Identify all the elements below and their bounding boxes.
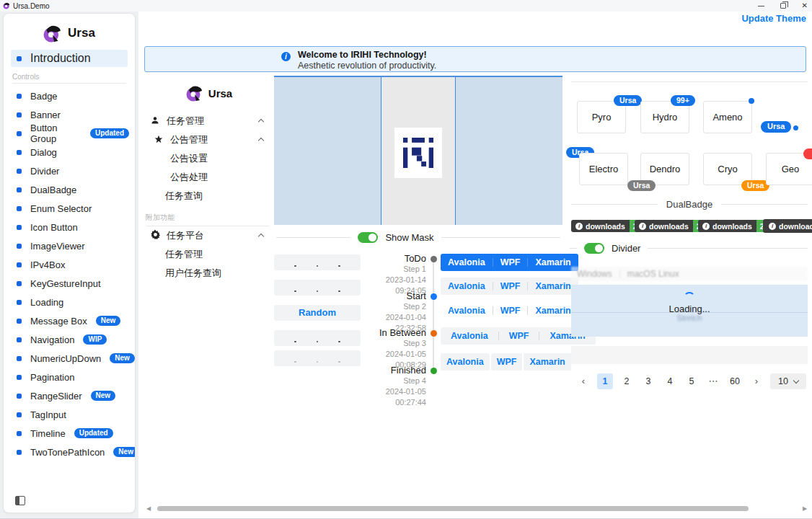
sidebar-item-loading[interactable]: Loading <box>4 293 135 311</box>
page-size-select[interactable]: 10 <box>770 373 806 389</box>
random-button[interactable]: Random <box>274 305 361 321</box>
sidebar-item-enum-selector[interactable]: Enum Selector <box>4 199 135 218</box>
page-button-1[interactable]: 1 <box>597 373 613 389</box>
wpf-button[interactable]: WPF <box>493 302 528 319</box>
sidebar-item-badge[interactable]: Badge <box>4 86 135 105</box>
sidebar-item-dialog[interactable]: Dialog <box>4 143 135 161</box>
menu-item-user-task-query[interactable]: 用户任务查询 <box>144 264 274 283</box>
prev-page-button[interactable]: ‹ <box>575 373 591 389</box>
sidebar-item-label: ImageViewer <box>30 241 85 252</box>
ursa-badge-gray: Ursa <box>627 180 656 191</box>
timeline-title: Finished <box>364 365 426 376</box>
status-badge: New <box>113 447 136 457</box>
sidebar-item-introduction[interactable]: Introduction <box>11 50 128 67</box>
sidebar-brand-text: Ursa <box>68 26 95 40</box>
avalonia-button[interactable]: Avalonia <box>441 254 493 271</box>
sidebar-item-label: Dialog <box>30 147 57 158</box>
divider-line <box>276 237 350 238</box>
bullet-icon <box>17 450 22 455</box>
ipv4-input[interactable] <box>274 330 361 346</box>
sidebar-item-pagination[interactable]: Pagination <box>4 368 135 386</box>
xamarin-button[interactable]: Xamarin <box>524 353 570 371</box>
divider-toggle[interactable] <box>584 243 604 254</box>
sidebar-item-button-group[interactable]: Button GroupUpdated <box>4 124 135 143</box>
menu-item-announcement-processing[interactable]: 公告处理 <box>144 168 274 187</box>
wpf-button[interactable]: WPF <box>493 254 528 271</box>
page-ellipsis[interactable]: ⋯ <box>705 373 721 389</box>
ipv4-input[interactable] <box>274 254 361 270</box>
banner-subtitle: Aesthetic revolution of productivity. <box>298 61 436 71</box>
sidebar-item-icon-button[interactable]: Icon Button <box>4 218 135 236</box>
sidebar-item-imageviewer[interactable]: ImageViewer <box>4 236 135 255</box>
dual-badge-label: downloads <box>649 222 689 231</box>
menu-item-task-query[interactable]: 任务查询 <box>144 187 274 205</box>
menu-item-label: 任务管理 <box>167 115 204 128</box>
page-button-2[interactable]: 2 <box>619 373 635 389</box>
show-mask-label: Show Mask <box>385 232 433 243</box>
restore-button[interactable] <box>780 3 786 9</box>
sidebar-item-label: Divider <box>30 166 59 177</box>
sidebar-item-ipv4box[interactable]: IPv4Box <box>4 255 135 274</box>
wpf-button[interactable]: WPF <box>493 278 528 295</box>
dual-badge-label: downloads <box>712 222 752 231</box>
wpf-button[interactable]: WPF <box>491 353 523 371</box>
menu-item-task-platform[interactable]: 任务平台 <box>144 226 274 245</box>
status-badge: New <box>91 391 116 401</box>
sidebar-item-dualbadge[interactable]: DualBadge <box>4 180 135 199</box>
scrollbar-track[interactable] <box>153 506 800 511</box>
page-button-4[interactable]: 4 <box>662 373 678 389</box>
sidebar-item-divider[interactable]: Divider <box>4 161 135 180</box>
page-button-5[interactable]: 5 <box>684 373 700 389</box>
sidebar-item-keygestureinput[interactable]: KeyGestureInput <box>4 274 135 293</box>
sidebar-item-label: Banner <box>30 110 61 120</box>
timeline-step: Step 1 <box>364 264 426 275</box>
avalonia-button[interactable]: Avalonia <box>441 353 490 371</box>
sidebar-item-message-box[interactable]: Message BoxNew <box>4 311 135 330</box>
menu-item-task-management[interactable]: 任务管理 <box>144 112 274 130</box>
bullet-icon <box>17 375 22 380</box>
scroll-right-arrow[interactable]: ▶ <box>800 505 809 512</box>
sidebar-item-numericupdown[interactable]: NumericUpDownNew <box>4 349 135 368</box>
standalone-ursa-badge: Ursa <box>761 121 791 133</box>
ipv4-input[interactable] <box>274 280 361 296</box>
status-badge: Updated <box>90 128 129 138</box>
sidebar-item-banner[interactable]: Banner <box>4 105 135 124</box>
avalonia-button[interactable]: Avalonia <box>441 278 493 295</box>
sidebar-item-label: IPv4Box <box>30 260 65 270</box>
menu-item-announcement-management[interactable]: 公告管理 <box>144 130 274 149</box>
status-badge: WIP <box>83 334 107 345</box>
wpf-button[interactable]: WPF <box>499 327 539 345</box>
loading-masked-tabs: Windows macOS Linux <box>571 267 808 281</box>
sidebar-item-navigation[interactable]: NavigationWIP <box>4 330 135 349</box>
bullet-icon <box>17 300 22 305</box>
menu-item-task-management-sub[interactable]: 任务管理 <box>144 245 274 264</box>
next-page-button[interactable]: › <box>749 373 764 389</box>
sidebar-item-rangeslider[interactable]: RangeSliderNew <box>4 386 135 405</box>
minimize-button[interactable] <box>758 6 764 6</box>
avalonia-button[interactable]: Avalonia <box>441 327 498 345</box>
close-button[interactable]: ✕ <box>802 2 808 9</box>
scrollbar-thumb[interactable] <box>157 506 749 511</box>
collapse-sidebar-icon[interactable] <box>15 496 25 505</box>
sidebar-item-timeline[interactable]: TimelineUpdated <box>4 424 135 443</box>
bullet-icon <box>17 56 22 61</box>
page-button-60[interactable]: 60 <box>727 373 743 389</box>
viewer-mask-left <box>274 77 381 225</box>
sidebar-item-twotonepathicon[interactable]: TwoTonePathIconNew <box>4 443 135 461</box>
menu-logo: Ursa <box>144 84 274 102</box>
update-theme-button[interactable]: Update Theme <box>741 13 806 24</box>
bullet-icon <box>17 112 22 117</box>
card-label: Ameno <box>712 112 742 123</box>
show-mask-toggle[interactable] <box>358 232 378 243</box>
horizontal-scrollbar[interactable]: ◀ ▶ <box>144 505 809 512</box>
bullet-icon <box>17 262 22 267</box>
banner-title: Welcome to IRIHI Technology! <box>298 50 436 61</box>
scroll-left-arrow[interactable]: ◀ <box>144 505 153 512</box>
sidebar-item-taginput[interactable]: TagInput <box>4 405 135 424</box>
menu-item-announcement-settings[interactable]: 公告设置 <box>144 149 274 168</box>
page-button-3[interactable]: 3 <box>640 373 656 389</box>
card-label: Pyro <box>592 112 612 123</box>
image-viewer[interactable] <box>274 76 562 225</box>
button-group-borderless: Avalonia WPF Xamarin <box>441 302 578 319</box>
avalonia-button[interactable]: Avalonia <box>441 302 493 319</box>
